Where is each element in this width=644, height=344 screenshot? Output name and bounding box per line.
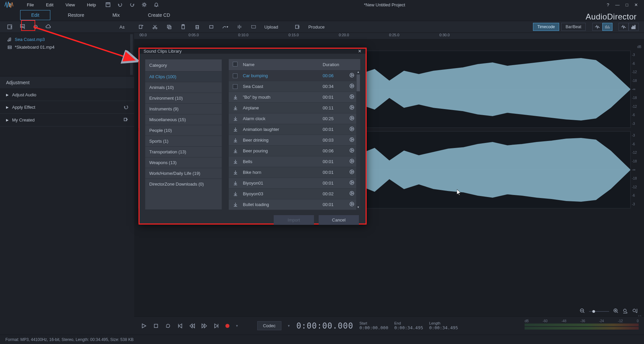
category-item[interactable]: Sports (1) bbox=[145, 136, 222, 146]
dialog-close-icon[interactable]: ✕ bbox=[358, 49, 362, 54]
record-icon[interactable] bbox=[32, 23, 39, 30]
play-preview-icon[interactable] bbox=[350, 73, 356, 79]
cloud-icon[interactable] bbox=[45, 23, 52, 30]
zoom-selection-icon[interactable] bbox=[250, 23, 257, 30]
bell-icon[interactable] bbox=[150, 2, 162, 7]
copy-icon[interactable] bbox=[166, 23, 172, 30]
category-item[interactable]: Work/Home/Daily Life (19) bbox=[145, 168, 222, 179]
clip-row[interactable]: Bullet loading00:01 bbox=[229, 199, 360, 210]
download-icon[interactable] bbox=[233, 191, 238, 197]
produce-icon[interactable] bbox=[294, 23, 301, 30]
zoom-fit-h-icon[interactable] bbox=[623, 308, 628, 315]
clip-row[interactable]: "Bo" by mouth00:01 bbox=[229, 92, 360, 102]
view-single-icon[interactable] bbox=[619, 23, 629, 31]
download-icon[interactable] bbox=[233, 159, 238, 164]
category-item[interactable]: Transportation (13) bbox=[145, 146, 222, 157]
skip-start-icon[interactable] bbox=[177, 323, 183, 329]
download-icon[interactable] bbox=[233, 148, 238, 154]
clip-row[interactable]: Beer drinking00:03 bbox=[229, 135, 360, 145]
mode-tab-edit[interactable]: Edit bbox=[20, 10, 50, 20]
play-icon[interactable] bbox=[141, 323, 147, 329]
file-row[interactable]: Sea Coast.mp3 bbox=[0, 36, 134, 43]
loop-icon[interactable] bbox=[165, 323, 171, 329]
select-all-checkbox[interactable] bbox=[233, 62, 237, 66]
clip-row[interactable]: Airplane00:11 bbox=[229, 102, 360, 113]
help-icon[interactable]: ? bbox=[607, 2, 609, 7]
download-icon[interactable] bbox=[233, 127, 238, 132]
play-preview-icon[interactable] bbox=[350, 169, 356, 175]
name-column-header[interactable]: Name bbox=[243, 62, 323, 67]
rewind-icon[interactable] bbox=[189, 323, 195, 329]
file-row[interactable]: *Skateboard 01.mp4 bbox=[0, 43, 134, 51]
add-marker-icon[interactable] bbox=[138, 23, 144, 30]
category-item[interactable]: Weapons (13) bbox=[145, 157, 222, 168]
download-icon[interactable] bbox=[233, 95, 238, 100]
download-icon[interactable] bbox=[233, 202, 238, 207]
clip-row[interactable]: Car bumping00:06 bbox=[229, 70, 360, 81]
clip-row[interactable]: Beer pouring00:06 bbox=[229, 145, 360, 156]
normalize-icon[interactable] bbox=[236, 23, 243, 30]
waveform-view-icon[interactable] bbox=[592, 23, 602, 31]
play-preview-icon[interactable] bbox=[350, 180, 356, 186]
category-item[interactable]: Animals (10) bbox=[145, 82, 222, 93]
play-preview-icon[interactable] bbox=[350, 191, 356, 197]
download-icon[interactable] bbox=[233, 138, 238, 143]
mode-tab-create-cd[interactable]: Create CD bbox=[137, 10, 181, 20]
play-preview-icon[interactable] bbox=[350, 84, 356, 89]
play-preview-icon[interactable] bbox=[350, 116, 356, 121]
cancel-button[interactable]: Cancel bbox=[319, 215, 359, 225]
play-preview-icon[interactable] bbox=[350, 94, 356, 100]
clip-row[interactable]: Biyoyon0100:01 bbox=[229, 178, 360, 188]
zoom-in-icon[interactable] bbox=[613, 308, 619, 315]
produce-button[interactable]: Produce bbox=[308, 24, 324, 30]
barbeat-toggle[interactable]: Bar/Beat bbox=[561, 23, 586, 31]
play-preview-icon[interactable] bbox=[350, 137, 356, 143]
scroll-down-icon[interactable]: ▼ bbox=[356, 206, 360, 210]
category-item[interactable]: People (10) bbox=[145, 125, 222, 136]
duration-column-header[interactable]: Duration bbox=[323, 62, 356, 67]
sound-library-icon[interactable] bbox=[19, 23, 26, 30]
mode-tab-restore[interactable]: Restore bbox=[57, 10, 95, 20]
download-icon[interactable] bbox=[233, 181, 238, 186]
undo-icon[interactable] bbox=[114, 2, 126, 7]
clip-checkbox[interactable] bbox=[233, 84, 237, 89]
download-icon[interactable] bbox=[233, 105, 238, 111]
clip-checkbox[interactable] bbox=[233, 73, 237, 78]
play-preview-icon[interactable] bbox=[350, 202, 356, 207]
play-preview-icon[interactable] bbox=[350, 159, 356, 164]
timeline-ruler[interactable]: 00.0 0:05.0 0:10.0 0:15.0 0:20.0 0:25.0 … bbox=[134, 33, 644, 39]
scrollbar[interactable] bbox=[130, 34, 133, 75]
paste-icon[interactable] bbox=[180, 23, 186, 30]
record-button[interactable] bbox=[225, 324, 229, 328]
clips-scrollbar[interactable]: ▲ ▼ bbox=[356, 70, 360, 210]
category-item[interactable]: Miscellaneous (15) bbox=[145, 114, 222, 125]
zoom-out-icon[interactable] bbox=[580, 308, 585, 315]
spectral-view-icon[interactable] bbox=[602, 23, 612, 31]
clip-row[interactable]: Animation laughter00:01 bbox=[229, 124, 360, 135]
redo-icon[interactable] bbox=[126, 2, 138, 7]
my-created-item[interactable]: ▶My Created bbox=[0, 114, 134, 127]
category-item[interactable]: All Clips (100) bbox=[145, 71, 222, 82]
delete-icon[interactable] bbox=[194, 23, 201, 30]
download-icon[interactable] bbox=[233, 116, 238, 121]
clip-row[interactable]: Bells00:01 bbox=[229, 156, 360, 167]
clip-row[interactable]: Sea Coast00:34 bbox=[229, 81, 360, 92]
menu-view[interactable]: View bbox=[59, 2, 81, 7]
menu-edit[interactable]: Edit bbox=[40, 2, 59, 7]
clip-row[interactable]: Alarm clock00:25 bbox=[229, 113, 360, 124]
adjust-audio-item[interactable]: ▶Adjust Audio bbox=[0, 89, 134, 101]
play-preview-icon[interactable] bbox=[350, 148, 356, 154]
mode-tab-mix[interactable]: Mix bbox=[102, 10, 130, 20]
minimize-icon[interactable]: — bbox=[615, 2, 620, 7]
category-item[interactable]: DirectorZone Downloads (0) bbox=[145, 179, 222, 189]
codec-button[interactable]: Codec bbox=[257, 321, 281, 330]
menu-file[interactable]: File bbox=[21, 2, 40, 7]
forward-icon[interactable] bbox=[201, 323, 207, 329]
apply-effect-item[interactable]: ▶Apply Effect bbox=[0, 101, 134, 114]
import-media-icon[interactable] bbox=[7, 23, 13, 30]
gear-icon[interactable] bbox=[138, 2, 150, 7]
close-icon[interactable]: ✕ bbox=[634, 2, 638, 7]
view-bars-icon[interactable] bbox=[629, 23, 639, 31]
menu-help[interactable]: Help bbox=[81, 2, 102, 7]
skip-end-icon[interactable] bbox=[213, 323, 219, 329]
